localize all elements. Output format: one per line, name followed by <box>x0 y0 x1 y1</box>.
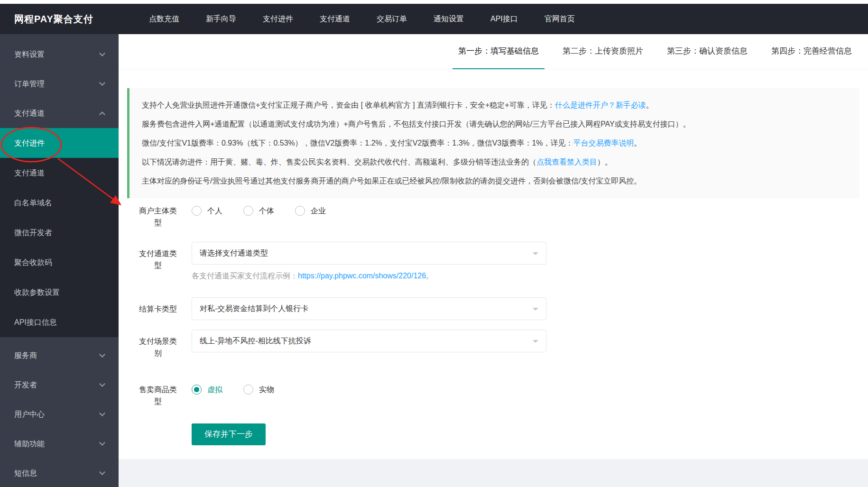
content-card: 第一步：填写基础信息 第二步：上传资质照片 第三步：确认资质信息 第四步：完善经… <box>119 34 868 459</box>
notice-link-fee-rates[interactable]: 平台交易费率说明 <box>573 139 634 147</box>
chevron-down-icon <box>99 410 105 416</box>
topnav-item-notify[interactable]: 通知设置 <box>420 4 477 34</box>
radio-circle-icon <box>243 206 253 216</box>
helper-text: 各支付通道买家支付流程示例： <box>192 272 298 280</box>
top-bar: 网程PAY聚合支付 点数充值 新手向导 支付进件 支付通道 交易订单 通知设置 … <box>0 4 868 34</box>
sidebar-item-label: 支付通道 <box>14 109 45 119</box>
sidebar-submenu: 支付进件 支付通道 白名单域名 微信开发者 聚合收款码 收款参数设置 API接口… <box>0 128 119 337</box>
chevron-up-icon <box>99 111 105 118</box>
notice-text: 主体对应的身份证号/营业执照号通过其他支付服务商开通的商户号如果正在或已经被风控… <box>142 177 641 185</box>
sidebar-item-api-info[interactable]: API接口信息 <box>0 307 119 337</box>
radio-circle-icon <box>192 206 202 216</box>
helper-demo-link[interactable]: https://pay.phpwc.com/shows/220/126 <box>298 272 426 280</box>
radio-circle-icon <box>243 385 253 395</box>
radio-label: 实物 <box>259 384 274 395</box>
topnav-item-api[interactable]: API接口 <box>477 4 531 34</box>
chevron-down-icon <box>99 440 105 446</box>
form-row-pay-scene: 支付场景类别 线上-异地不风控-相比线下抗投诉 <box>139 330 868 359</box>
notice-line: 以下情况请勿进件：用于黄、赌、毒、炸、售卖公民实名资料、交易款代收代付、高额返利… <box>142 153 847 172</box>
topnav-item-orders[interactable]: 交易订单 <box>363 4 420 34</box>
chevron-down-icon <box>99 381 105 387</box>
merchant-type-label: 商户主体类型 <box>139 205 177 229</box>
merchant-type-radios: 个人 个体 企业 <box>192 205 347 229</box>
sidebar-item-label: 订单管理 <box>14 79 45 89</box>
sidebar-item-service-provider[interactable]: 服务商 <box>0 341 119 370</box>
channel-type-label: 支付通道类型 <box>139 242 177 281</box>
goods-type-label: 售卖商品类型 <box>139 384 177 407</box>
notice-link-forbidden-categories[interactable]: 点我查看禁入类目 <box>536 158 597 166</box>
channel-type-select[interactable]: 请选择支付通道类型 <box>192 242 546 265</box>
sidebar-item-developer[interactable]: 开发者 <box>0 370 119 400</box>
sidebar-item-label: 资料设置 <box>14 50 45 60</box>
step-tabs: 第一步：填写基础信息 第二步：上传资质照片 第三步：确认资质信息 第四步：完善经… <box>119 34 868 69</box>
helper-text: 。 <box>426 272 434 280</box>
settle-card-select[interactable]: 对私-交易资金结算到个人银行卡 <box>192 297 546 320</box>
sidebar-item-payment-channel[interactable]: 支付通道 <box>0 158 119 188</box>
radio-circle-icon <box>295 206 305 216</box>
topnav-item-guide[interactable]: 新手向导 <box>193 4 249 34</box>
chevron-down-icon <box>533 252 538 258</box>
radio-label: 个人 <box>207 205 222 216</box>
sidebar-item-user-center[interactable]: 用户中心 <box>0 400 119 429</box>
notice-text: 支持个人免营业执照进件开通微信+支付宝正规子商户号，资金由 [ 收单机构官方 ]… <box>142 101 555 109</box>
form-row-channel-type: 支付通道类型 请选择支付通道类型 各支付通道买家支付流程示例：https://p… <box>139 242 868 281</box>
sidebar-item-label: 开发者 <box>14 380 37 390</box>
notice-block: 支持个人免营业执照进件开通微信+支付宝正规子商户号，资金由 [ 收单机构官方 ]… <box>127 88 859 198</box>
form-row-merchant-type: 商户主体类型 个人 个体 企业 <box>139 205 868 229</box>
form-row-settle-card: 结算卡类型 对私-交易资金结算到个人银行卡 <box>139 297 868 320</box>
notice-link-what-is-onboarding[interactable]: 什么是进件开户？新手必读 <box>555 101 646 109</box>
step-tab-3[interactable]: 第三步：确认资质信息 <box>661 34 753 69</box>
sidebar-item-payment-channel-group[interactable]: 支付通道 <box>0 99 119 128</box>
topnav-item-onboarding[interactable]: 支付进件 <box>249 4 306 34</box>
sidebar-item-profile-settings[interactable]: 资料设置 <box>0 40 119 69</box>
chevron-down-icon <box>99 351 105 358</box>
notice-line: 服务费包含进件入网+通道配置（以通道测试支付成功为准）+商户号售后，不包括支付接… <box>142 115 847 134</box>
sidebar-item-aggregate-qrcode[interactable]: 聚合收款码 <box>0 248 119 277</box>
notice-line: 支持个人免营业执照进件开通微信+支付宝正规子商户号，资金由 [ 收单机构官方 ]… <box>142 96 847 115</box>
sidebar-item-whitelist-domain[interactable]: 白名单域名 <box>0 188 119 218</box>
chevron-down-icon <box>99 50 105 56</box>
radio-individual-business[interactable]: 个体 <box>243 205 274 216</box>
radio-virtual[interactable]: 虚拟 <box>192 384 222 395</box>
step-tab-1[interactable]: 第一步：填写基础信息 <box>452 34 545 69</box>
sidebar-item-sms[interactable]: 短信息 <box>0 459 119 487</box>
pay-scene-select[interactable]: 线上-异地不风控-相比线下抗投诉 <box>192 330 546 352</box>
sidebar-item-auxiliary[interactable]: 辅助功能 <box>0 429 119 459</box>
notice-line: 微信/支付宝V1版费率：0.93%（线下：0.53%），微信V2版费率：1.2%… <box>142 134 847 153</box>
sidebar-item-payment-onboarding[interactable]: 支付进件 <box>0 128 119 158</box>
chevron-down-icon <box>99 80 105 86</box>
radio-label: 虚拟 <box>207 384 222 395</box>
settle-card-label: 结算卡类型 <box>139 297 177 320</box>
sidebar-item-order-management[interactable]: 订单管理 <box>0 69 119 99</box>
sidebar-item-wechat-developer[interactable]: 微信开发者 <box>0 218 119 248</box>
chevron-down-icon <box>533 308 538 313</box>
sidebar-item-label: 短信息 <box>14 469 37 478</box>
radio-physical[interactable]: 实物 <box>243 384 274 395</box>
top-nav: 点数充值 新手向导 支付进件 支付通道 交易订单 通知设置 API接口 官网首页 <box>136 4 588 34</box>
notice-text: 服务费包含进件入网+通道配置（以通道测试支付成功为准）+商户号售后，不包括支付接… <box>142 120 691 128</box>
notice-text: 。 <box>634 139 642 147</box>
pay-scene-label: 支付场景类别 <box>139 330 177 359</box>
chevron-down-icon <box>99 469 105 475</box>
notice-line: 主体对应的身份证号/营业执照号通过其他支付服务商开通的商户号如果正在或已经被风控… <box>142 172 847 191</box>
main-content: 第一步：填写基础信息 第二步：上传资质照片 第三步：确认资质信息 第四步：完善经… <box>119 34 868 487</box>
sidebar-item-collection-params[interactable]: 收款参数设置 <box>0 277 119 307</box>
notice-text: 。 <box>646 101 654 109</box>
chevron-down-icon <box>533 340 538 346</box>
radio-circle-icon <box>192 385 202 395</box>
radio-person[interactable]: 个人 <box>192 205 222 216</box>
app-logo: 网程PAY聚合支付 <box>0 13 119 26</box>
topnav-item-channel[interactable]: 支付通道 <box>306 4 363 34</box>
topnav-item-recharge[interactable]: 点数充值 <box>136 4 193 34</box>
channel-type-helper: 各支付通道买家支付流程示例：https://pay.phpwc.com/show… <box>192 271 546 281</box>
form-row-goods-type: 售卖商品类型 虚拟 实物 <box>139 384 868 407</box>
submit-row: 保存并下一步 <box>139 423 868 445</box>
topnav-item-home[interactable]: 官网首页 <box>531 4 588 34</box>
onboarding-form: 商户主体类型 个人 个体 企业 支付 <box>119 205 868 445</box>
step-tab-4[interactable]: 第四步：完善经营信息 <box>766 34 858 69</box>
radio-enterprise[interactable]: 企业 <box>295 205 326 216</box>
step-tab-2[interactable]: 第二步：上传资质照片 <box>557 34 649 69</box>
sidebar: 资料设置 订单管理 支付通道 支付进件 支付通道 白名单域名 微信开发者 聚合收… <box>0 34 119 487</box>
radio-label: 个体 <box>259 205 274 216</box>
save-next-button[interactable]: 保存并下一步 <box>192 423 266 445</box>
